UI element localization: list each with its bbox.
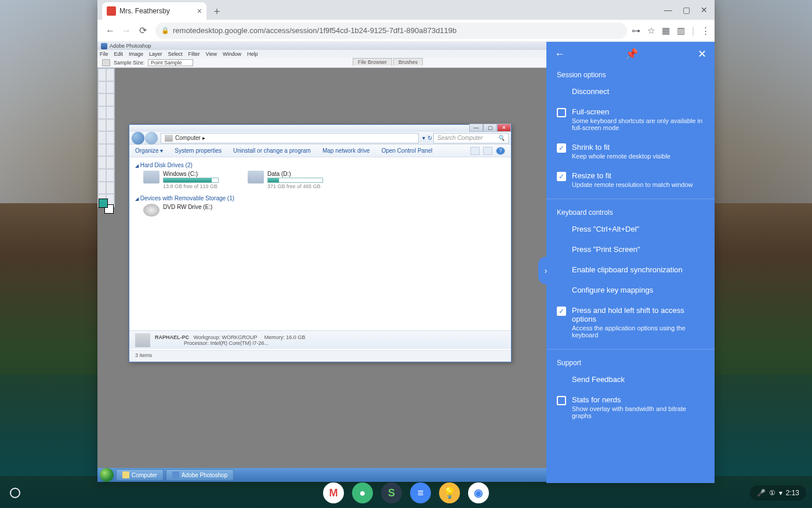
window-controls: — ▢ ✕ (664, 0, 715, 20)
toolbar-item[interactable]: Map network drive (322, 147, 370, 154)
group-header[interactable]: ◢ Hard Disk Drives (2) (135, 162, 505, 168)
menu-item[interactable]: Window (223, 51, 241, 57)
photoshop-toolbox[interactable] (97, 68, 115, 207)
breadcrumb[interactable]: Computer ▸ (161, 133, 419, 143)
wifi-icon: ▾ (779, 489, 782, 497)
pin-icon[interactable]: 📌 (625, 48, 638, 60)
app-icon[interactable]: ◉ (468, 482, 489, 503)
tab-close-icon[interactable]: × (197, 6, 202, 16)
panel-close-icon[interactable]: ✕ (698, 48, 706, 60)
close-icon[interactable]: ✕ (701, 5, 708, 15)
toolbar-item[interactable]: Organize ▾ (135, 147, 163, 154)
star-icon[interactable]: ☆ (647, 26, 655, 36)
close-button[interactable]: ✕ (497, 124, 511, 132)
help-icon[interactable]: ? (496, 147, 505, 155)
search-icon: 🔍 (498, 135, 505, 141)
print-screen-button[interactable]: Press "Print Screen" (546, 239, 715, 260)
ctrl-alt-del-button[interactable]: Press "Ctrl+Alt+Del" (546, 219, 715, 239)
url-input[interactable]: 🔒 remotedesktop.google.com/access/sessio… (155, 23, 627, 39)
section-header: Support (546, 354, 715, 369)
url-text: remotedesktop.google.com/access/session/… (173, 26, 456, 35)
menu-item[interactable]: Help (247, 51, 258, 57)
forward-button[interactable] (145, 132, 158, 145)
system-tray[interactable]: 🎤 ① ▾ 2:13 (750, 485, 806, 500)
view-icon[interactable] (483, 147, 492, 155)
computer-icon (135, 333, 150, 347)
notification-icon[interactable]: ① (769, 489, 775, 497)
group-header[interactable]: ◢ Devices with Removable Storage (1) (135, 195, 505, 201)
mic-icon[interactable]: 🎤 (757, 489, 766, 497)
session-options-panel: › ← 📌 ✕ Session options Disconnect Full-… (546, 42, 715, 483)
favicon (107, 6, 116, 16)
checkbox-icon[interactable] (557, 396, 566, 405)
clipboard-sync-button[interactable]: Enable clipboard synchronization (546, 260, 715, 280)
panel-back-icon[interactable]: ← (554, 48, 565, 60)
explorer-statusbar: 3 items (129, 350, 511, 362)
stats-for-nerds-option[interactable]: Stats for nerdsShow overlay with bandwid… (546, 390, 715, 425)
palette-tab[interactable]: Brushes (393, 58, 423, 66)
extension-icon-2[interactable]: ▥ (677, 26, 685, 36)
menu-item[interactable]: File (100, 51, 108, 57)
chromeos-shelf: M●S≡💡◉ 🎤 ① ▾ 2:13 (0, 478, 812, 508)
key-icon[interactable]: ⊶ (632, 26, 640, 36)
menu-item[interactable]: Select (168, 51, 183, 57)
back-button[interactable] (132, 132, 144, 145)
drive-item[interactable]: Windows (C:) 13.8 GB free of 119 GB (143, 171, 219, 189)
app-icon[interactable]: ≡ (410, 482, 431, 503)
shrink-to-fit-option[interactable]: ✓Shrink to fitKeep whole remote desktop … (546, 137, 715, 165)
toolbar-item[interactable]: Open Control Panel (382, 147, 433, 154)
app-icon[interactable]: 💡 (439, 482, 460, 503)
app-icon[interactable]: M (323, 482, 344, 503)
minimize-icon[interactable]: — (664, 5, 672, 15)
sample-size-select[interactable]: Point Sample (148, 59, 193, 66)
menu-item[interactable]: Filter (188, 51, 200, 57)
color-swatch[interactable] (99, 199, 114, 214)
reload-button[interactable]: ⟳ (135, 23, 151, 39)
back-button[interactable]: ← (102, 23, 118, 39)
panel-collapse-button[interactable]: › (538, 257, 553, 284)
minimize-button[interactable]: — (469, 124, 483, 132)
lock-icon: 🔒 (161, 27, 169, 34)
eyedropper-icon[interactable] (102, 59, 110, 66)
app-icon[interactable]: ● (352, 482, 373, 503)
maximize-icon[interactable]: ▢ (683, 5, 690, 15)
send-feedback-button[interactable]: Send Feedback (546, 369, 715, 390)
new-tab-button[interactable]: + (209, 3, 225, 20)
key-mappings-button[interactable]: Configure key mappings (546, 280, 715, 300)
checkbox-icon[interactable]: ✓ (557, 307, 566, 316)
menu-icon[interactable]: ⋮ (701, 26, 710, 36)
extension-icon[interactable]: ▦ (662, 26, 670, 36)
search-input[interactable]: Search Computer 🔍 (433, 133, 509, 143)
drive-item[interactable]: Data (D:) 371 GB free of 465 GB (248, 171, 323, 189)
launcher-button[interactable] (3, 481, 27, 505)
checkbox-icon[interactable]: ✓ (557, 172, 566, 181)
resize-to-fit-option[interactable]: ✓Resize to fitUpdate remote resolution t… (546, 165, 715, 194)
palette-tab[interactable]: File Browser (353, 58, 392, 66)
menu-item[interactable]: Edit (114, 51, 124, 57)
sample-size-label: Sample Size: (114, 60, 144, 66)
forward-button: → (118, 23, 135, 39)
disconnect-button[interactable]: Disconnect (546, 81, 715, 102)
menu-item[interactable]: Layer (149, 51, 162, 57)
left-shift-option[interactable]: ✓Press and hold left shift to access opt… (546, 300, 715, 344)
hdd-icon (248, 171, 264, 183)
fullscreen-option[interactable]: Full-screenSome keyboard shortcuts are o… (546, 102, 715, 137)
explorer-details-pane: RAPHAEL-PC Workgroup: WORKGROUP Memory: … (129, 330, 511, 349)
menu-item[interactable]: Image (129, 51, 143, 57)
tab-title: Mrs. Feathersby (119, 7, 170, 15)
shelf-apps: M●S≡💡◉ (323, 482, 489, 503)
app-icon[interactable]: S (381, 482, 402, 503)
explorer-titlebar[interactable]: — ▢ ✕ (129, 125, 511, 132)
explorer-window: — ▢ ✕ Computer ▸ ▾ ↻ Search Compute (129, 124, 512, 362)
maximize-button[interactable]: ▢ (483, 124, 497, 132)
menu-item[interactable]: View (206, 51, 217, 57)
drive-item[interactable]: DVD RW Drive (E:) (143, 204, 212, 217)
hdd-icon (143, 171, 160, 183)
view-icon[interactable] (470, 147, 480, 155)
checkbox-icon[interactable] (557, 108, 566, 117)
toolbar-item[interactable]: System properties (175, 147, 222, 154)
checkbox-icon[interactable]: ✓ (557, 143, 566, 153)
dvd-icon (143, 204, 160, 217)
toolbar-item[interactable]: Uninstall or change a program (233, 147, 311, 154)
browser-tab[interactable]: Mrs. Feathersby × (102, 2, 206, 20)
